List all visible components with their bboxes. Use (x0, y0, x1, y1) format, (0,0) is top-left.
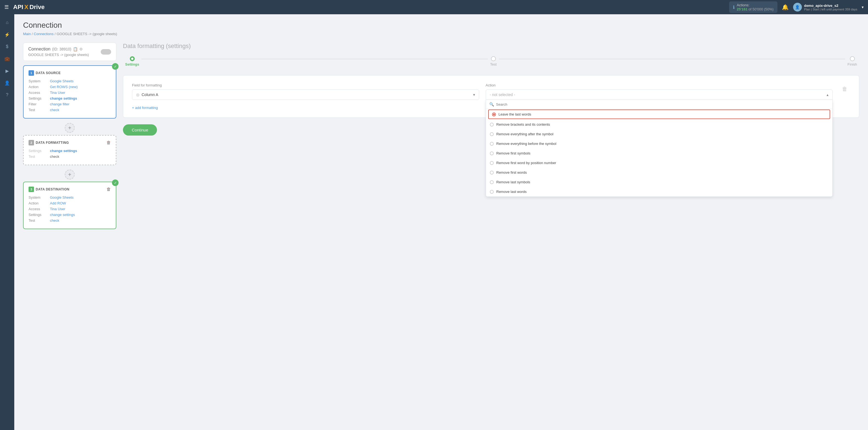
card-row-formatting-settings: Settings change settings (29, 149, 111, 153)
sidebar-item-briefcase[interactable]: 💼 (2, 54, 12, 64)
logo-x-text: X (24, 4, 29, 11)
sidebar-item-media[interactable]: ▶ (2, 66, 12, 76)
dropdown-item-4[interactable]: Remove first symbols (486, 149, 833, 158)
breadcrumb-main[interactable]: Main (23, 32, 31, 36)
sidebar-item-connections[interactable]: ⚡ (2, 30, 12, 39)
card-row-dest-access: Access Tina User (29, 207, 111, 211)
dropdown-item-2[interactable]: Remove everything after the symbol (486, 129, 833, 139)
delete-row-icon[interactable]: 🗑 (839, 83, 850, 95)
action-dropdown-menu: 🔍 Leave the last words (486, 100, 833, 197)
navbar: ☰ APIXDrive ℹ Actions: 25'161 of 50'000 … (0, 0, 868, 14)
main-content: Connection Main / Connections / GOOGLE S… (14, 14, 868, 430)
sidebar-item-help[interactable]: ? (2, 90, 12, 100)
field-value: Column A (142, 92, 158, 97)
content-area: Connection (ID: 38910) 📋 ⚙ GOOGLE SHEETS… (23, 42, 859, 234)
destination-access[interactable]: Tina User (50, 207, 65, 211)
card-row-action: Action Get ROWS (new) (29, 85, 111, 89)
data-source-filter[interactable]: change filter (50, 102, 69, 106)
connection-subtitle: GOOGLE SHEETS -> (google sheets) (28, 53, 89, 57)
destination-test[interactable]: check (50, 218, 59, 222)
breadcrumb-connections[interactable]: Connections (34, 32, 54, 36)
data-formatting-settings[interactable]: change settings (50, 149, 77, 153)
dropdown-item-3[interactable]: Remove everything before the symbol (486, 139, 833, 149)
step-settings-circle (130, 56, 135, 61)
delete-formatting-button[interactable]: 🗑 (106, 140, 111, 145)
dropdown-item-6[interactable]: Remove first words (486, 168, 833, 177)
card-number-1: 1 (29, 70, 34, 76)
logo: APIXDrive (13, 4, 44, 11)
sidebar-item-billing[interactable]: $ (2, 42, 12, 52)
step-test-circle (491, 56, 496, 61)
card-data-destination: ✓ 3 DATA DESTINATION 🗑 System Google She… (23, 182, 116, 229)
data-source-system[interactable]: Google Sheets (50, 79, 73, 83)
data-source-settings[interactable]: change settings (50, 96, 77, 100)
data-source-check-badge: ✓ (112, 63, 119, 70)
step-finish-label: Finish (847, 62, 857, 66)
dropdown-search-input[interactable] (496, 102, 829, 106)
data-source-access[interactable]: Tina User (50, 91, 65, 95)
step-test-label: Test (490, 62, 497, 66)
dropdown-item-7[interactable]: Remove last symbols (486, 177, 833, 187)
action-select[interactable]: - not selected - ▴ (486, 89, 833, 100)
continue-button[interactable]: Continue (123, 124, 157, 135)
breadcrumb-current: GOOGLE SHEETS -> (google sheets) (57, 32, 117, 36)
card-title-data-formatting: DATA FORMATTING (36, 141, 69, 145)
dropdown-item-5[interactable]: Remove first word by position number (486, 158, 833, 168)
dropdown-label-3: Remove everything before the symbol (496, 142, 557, 146)
settings-icon[interactable]: ⚙ (79, 47, 83, 51)
avatar-icon: 👤 (795, 5, 800, 9)
data-formatting-test: check (50, 154, 59, 159)
radio-5 (490, 161, 494, 165)
step-line-1 (141, 59, 488, 59)
search-icon: 🔍 (489, 102, 494, 106)
left-panel: Connection (ID: 38910) 📋 ⚙ GOOGLE SHEETS… (23, 42, 116, 234)
notifications-bell-icon[interactable]: 🔔 (782, 4, 789, 10)
step-settings: Settings (125, 56, 139, 66)
card-row-dest-system: System Google Sheets (29, 195, 111, 199)
breadcrumb: Main / Connections / GOOGLE SHEETS -> (g… (23, 32, 859, 36)
data-source-test[interactable]: check (50, 108, 59, 112)
step-settings-label: Settings (125, 62, 139, 66)
card-row-dest-settings: Settings change settings (29, 213, 111, 217)
sidebar-item-user[interactable]: 👤 (2, 78, 12, 88)
field-circle-icon: ◎ (136, 92, 140, 97)
dropdown-label-6: Remove first words (496, 171, 527, 175)
field-select[interactable]: ◎ Column A ▾ (132, 89, 479, 100)
card-row-test: Test check (29, 108, 111, 112)
layout: ⌂ ⚡ $ 💼 ▶ 👤 ? Connection Main / Connecti… (0, 14, 868, 430)
form-row: Field for formatting ◎ Column A ▾ Action (132, 83, 850, 100)
chevron-down-icon[interactable]: ▾ (862, 5, 864, 9)
card-number-3: 3 (29, 187, 34, 192)
step-finish-circle (850, 56, 855, 61)
sidebar-item-home[interactable]: ⌂ (2, 18, 12, 27)
dropdown-label-0: Leave the last words (499, 112, 531, 116)
right-panel: Data formatting (settings) Settings Tes (123, 42, 859, 234)
username: demo_apix-drive_s2 (804, 4, 857, 8)
connection-toggle[interactable] (101, 49, 111, 55)
user-menu[interactable]: 👤 demo_apix-drive_s2 Plan | Start | left… (793, 3, 864, 11)
delete-destination-button[interactable]: 🗑 (106, 187, 111, 192)
dropdown-item-1[interactable]: Remove brackets and its contents (486, 120, 833, 129)
add-formatting-link[interactable]: + add formatting (132, 106, 158, 110)
destination-action[interactable]: Add ROW (50, 201, 66, 205)
add-step-button-2[interactable]: + (65, 170, 75, 180)
logo-api-text: API (13, 4, 23, 11)
step-test: Test (490, 56, 497, 66)
dropdown-item-8[interactable]: Remove last words (486, 187, 833, 196)
add-step-button-1[interactable]: + (65, 123, 75, 133)
connection-title: Connection (28, 47, 51, 52)
field-chevron-down-icon: ▾ (473, 92, 475, 97)
destination-settings[interactable]: change settings (50, 213, 75, 217)
card-title-data-destination: DATA DESTINATION (36, 187, 69, 191)
dropdown-item-0[interactable]: Leave the last words (488, 110, 830, 119)
card-row-dest-action: Action Add ROW (29, 201, 111, 205)
copy-icon[interactable]: 📋 (73, 47, 78, 51)
hamburger-icon[interactable]: ☰ (4, 4, 9, 10)
data-destination-check-badge: ✓ (112, 180, 119, 186)
formatting-title: Data formatting (settings) (123, 42, 859, 50)
plan-text: Plan | Start | left until payment 359 da… (804, 8, 857, 11)
action-placeholder: - not selected - (490, 92, 515, 97)
data-source-action[interactable]: Get ROWS (new) (50, 85, 78, 89)
destination-system[interactable]: Google Sheets (50, 195, 73, 199)
page-title: Connection (23, 21, 859, 30)
